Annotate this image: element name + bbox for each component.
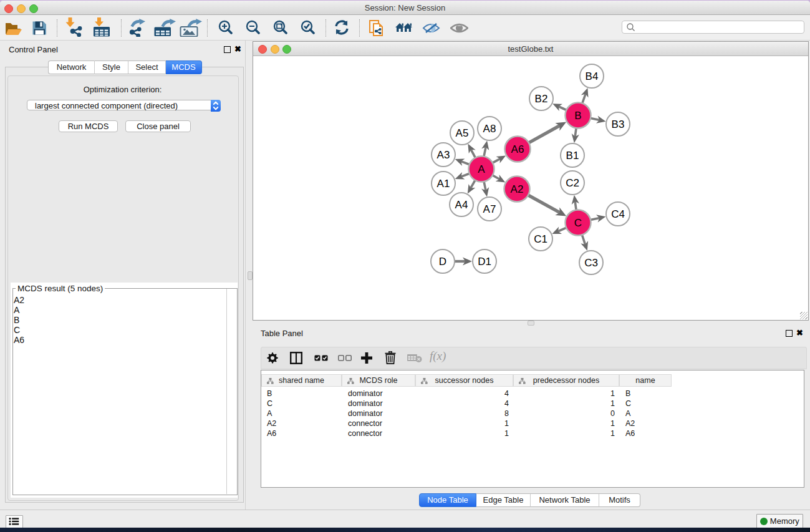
svg-text:A2: A2 [511, 183, 524, 195]
svg-text:A8: A8 [483, 123, 496, 135]
svg-text:C1: C1 [534, 233, 547, 245]
svg-text:A7: A7 [483, 203, 496, 215]
svg-text:D1: D1 [478, 256, 491, 268]
svg-text:B: B [574, 110, 581, 122]
svg-text:A6: A6 [511, 143, 524, 155]
svg-text:C: C [574, 217, 582, 229]
svg-text:A4: A4 [455, 199, 468, 211]
svg-text:A5: A5 [456, 127, 469, 139]
svg-text:A1: A1 [437, 178, 450, 190]
svg-text:B3: B3 [612, 118, 625, 130]
svg-text:C4: C4 [611, 208, 625, 220]
svg-text:A3: A3 [437, 149, 450, 161]
svg-text:D: D [439, 256, 446, 268]
svg-text:B1: B1 [566, 150, 579, 162]
svg-text:B2: B2 [535, 93, 548, 105]
svg-text:C2: C2 [566, 177, 579, 189]
svg-text:B4: B4 [586, 70, 599, 82]
svg-text:C3: C3 [584, 257, 598, 269]
svg-text:A: A [478, 163, 485, 175]
